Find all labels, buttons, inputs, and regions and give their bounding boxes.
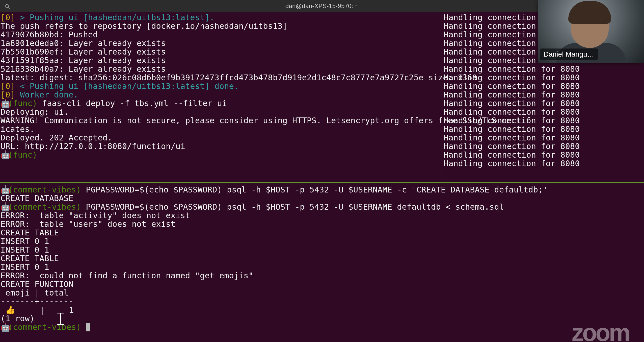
terminal-text: INSERT 0 1 <box>1 236 49 246</box>
top-left-line: 1a8901ededa0: Layer already exists <box>0 39 441 47</box>
bottom-line: INSERT 0 1 <box>0 237 644 246</box>
video-pip[interactable]: Daniel Mangu… <box>538 0 644 63</box>
terminal-text: 5216338b40a7: Layer already exists <box>1 64 166 74</box>
top-right-line: Handling connection for 8080 <box>443 73 644 82</box>
bottom-line: CREATE DATABASE <box>0 194 644 203</box>
terminal-text: emoji | total <box>1 288 73 298</box>
bottom-line: ERROR: table "users" does not exist <box>0 220 644 228</box>
terminal-text: URL: http://127.0.0.1:8080/function/ui <box>1 141 185 151</box>
terminal-text <box>15 13 20 22</box>
terminal-text: Deploying: ui. <box>1 107 69 117</box>
bottom-line: ERROR: could not find a function named "… <box>0 271 644 280</box>
terminal-text: (comment-vibes) <box>8 185 81 194</box>
terminal-text: 1a8901ededa0: Layer already exists <box>1 38 166 48</box>
terminal-text <box>81 322 86 332</box>
terminal-text: icates. <box>1 124 35 134</box>
top-left-line: WARNING! Communication is not secure, pl… <box>0 116 441 125</box>
top-right-line: Handling connection for 8080 <box>443 99 644 108</box>
terminal-text: CREATE TABLE <box>1 228 59 237</box>
search-icon[interactable] <box>5 3 10 9</box>
top-left-line: 5216338b40a7: Layer already exists <box>0 65 441 73</box>
pip-name-label: Daniel Mangu… <box>540 48 598 60</box>
terminal-text: ERROR: table "activity" does not exist <box>1 211 190 220</box>
top-left-line: Deployed. 202 Accepted. <box>0 133 441 142</box>
terminal-text: (func) <box>8 150 37 160</box>
bottom-line: CREATE FUNCTION <box>0 280 644 288</box>
terminal-text <box>15 81 20 91</box>
terminal-text: CREATE DATABASE <box>1 193 73 203</box>
top-left-line: [0] > Pushing ui [hasheddan/uitbs13:late… <box>0 13 441 22</box>
top-right-line: Handling connection for 8080 <box>443 108 644 116</box>
top-right-line: Handling connection for 8080 <box>443 90 644 99</box>
terminal-text: latest: digest: sha256:026c08d6b0ef9b391… <box>1 73 477 82</box>
bottom-line: CREATE TABLE <box>0 228 644 237</box>
top-right-line: Handling connection for 8080 <box>443 159 644 168</box>
terminal-text: (func) <box>8 99 37 108</box>
terminal-text: INSERT 0 1 <box>1 245 49 255</box>
top-left-line: [0] Worker done. <box>0 90 441 99</box>
top-left-line: 43f1591f85aa: Layer already exists <box>0 56 441 65</box>
terminal-text: 43f1591f85aa: Layer already exists <box>1 56 166 65</box>
prompt-icon: 🤖 <box>1 203 8 211</box>
prompt-icon: 🤖 <box>1 323 8 331</box>
bottom-line: 🤖 (comment-vibes) PGPASSWORD=$(echo $PAS… <box>0 203 644 211</box>
terminal-text: PGPASSWORD=$(echo $PASSWORD) psql -h $HO… <box>81 202 504 212</box>
bottom-line: emoji | total <box>0 288 644 297</box>
svg-line-1 <box>8 7 10 9</box>
top-right-line: Handling connection for 8080 <box>443 116 644 125</box>
terminal-text: ERROR: could not find a function named "… <box>1 271 253 280</box>
terminal-text: PGPASSWORD=$(echo $PASSWORD) psql -h $HO… <box>81 185 548 194</box>
terminal-text: CREATE FUNCTION <box>1 279 73 289</box>
terminal-text: faas-cli deploy -f tbs.yml --filter ui <box>37 99 227 108</box>
terminal-text: -------+------- <box>1 297 73 306</box>
prompt-icon: 🤖 <box>1 99 8 108</box>
top-left-line: icates. <box>0 125 441 133</box>
top-right-line: Handling connection for 8080 <box>443 82 644 90</box>
horizontal-divider[interactable] <box>0 182 644 183</box>
terminal-pane-top-left[interactable]: [0] > Pushing ui [hasheddan/uitbs13:late… <box>0 12 441 183</box>
terminal-text: ERROR: table "users" does not exist <box>1 219 176 229</box>
top-left-line: 🤖 (func) <box>0 151 441 159</box>
terminal-text: (comment-vibes) <box>8 322 81 332</box>
terminal-text: CREATE TABLE <box>1 254 59 263</box>
terminal-text <box>15 90 20 100</box>
terminal-text <box>37 150 42 160</box>
top-right-line: Handling connection for 8080 <box>443 65 644 73</box>
top-left-line: URL: http://127.0.0.1:8080/function/ui <box>0 142 441 151</box>
terminal-text: [0] <box>1 13 15 22</box>
bottom-line: (1 row) <box>0 314 644 323</box>
vertical-divider[interactable] <box>442 12 443 182</box>
top-left-line: latest: digest: sha256:026c08d6b0ef9b391… <box>0 73 441 82</box>
prompt-icon: 🤖 <box>1 151 8 159</box>
bottom-line: ERROR: table "activity" does not exist <box>0 211 644 220</box>
top-left-line: 🤖 (func) faas-cli deploy -f tbs.yml --fi… <box>0 99 441 108</box>
terminal-text: (1 row) <box>1 314 35 323</box>
top-right-line: Handling connection for 8080 <box>443 151 644 159</box>
top-right-line: Handling connection for 8080 <box>443 142 644 151</box>
top-right-line: Handling connection for 8080 <box>443 125 644 133</box>
terminal-text: [0] <box>1 81 15 91</box>
terminal-text: > Pushing ui [hasheddan/uitbs13:latest]. <box>20 13 214 22</box>
bottom-line: INSERT 0 1 <box>0 263 644 271</box>
bottom-line: 🤖 (comment-vibes) PGPASSWORD=$(echo $PAS… <box>0 185 644 194</box>
top-left-line: 4179076b80bd: Pushed <box>0 30 441 39</box>
terminal-text: [0] <box>1 90 15 100</box>
terminal-text: 👍 | 1 <box>1 305 74 315</box>
top-left-line: Deploying: ui. <box>0 108 441 116</box>
top-left-line: 7b5501b690ef: Layer already exists <box>0 47 441 56</box>
terminal-text: 4179076b80bd: Pushed <box>1 30 98 39</box>
terminal-text: INSERT 0 1 <box>1 262 49 272</box>
top-left-line: [0] < Pushing ui [hasheddan/uitbs13:late… <box>0 82 441 90</box>
bottom-line: INSERT 0 1 <box>0 246 644 254</box>
top-right-line: Handling connection for 8080 <box>443 133 644 142</box>
terminal-text: The push refers to repository [docker.io… <box>1 21 287 31</box>
bottom-line: 🤖 (comment-vibes) <box>0 323 644 331</box>
window-title: dan@dan-XPS-15-9570: ~ <box>285 2 359 10</box>
terminal-text: (comment-vibes) <box>8 202 81 212</box>
terminal-cursor <box>86 323 90 331</box>
terminal-text: < Pushing ui [hasheddan/uitbs13:latest] … <box>20 81 239 91</box>
terminal-text: Deployed. 202 Accepted. <box>1 133 112 142</box>
pip-person-hair <box>568 1 611 24</box>
bottom-line: CREATE TABLE <box>0 254 644 263</box>
terminal-pane-bottom[interactable]: 🤖 (comment-vibes) PGPASSWORD=$(echo $PAS… <box>0 184 644 342</box>
